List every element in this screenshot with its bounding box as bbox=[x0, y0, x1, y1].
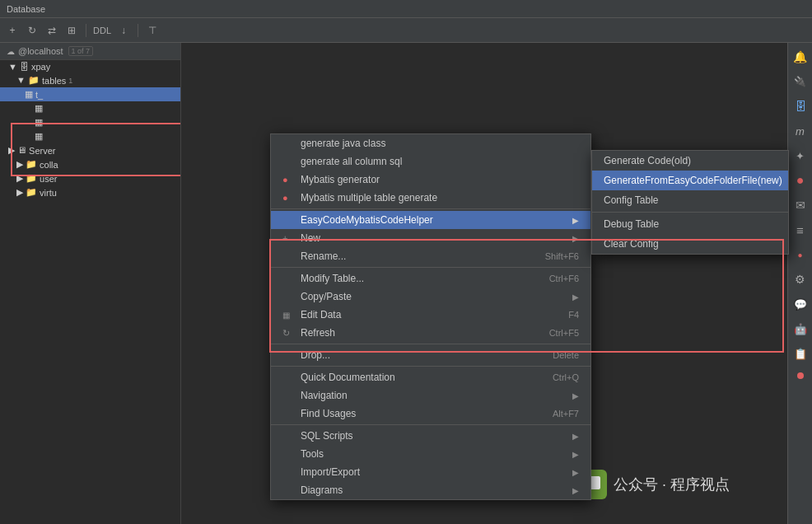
menu-rename[interactable]: Rename... Shift+F6 bbox=[271, 247, 590, 265]
add-icon[interactable]: + bbox=[5, 23, 20, 38]
filter-icon[interactable]: ⊤ bbox=[145, 23, 160, 38]
arrow-down-icon[interactable]: ↓ bbox=[116, 23, 131, 38]
drop-shortcut: Delete bbox=[553, 350, 579, 360]
menu-findusages[interactable]: Find Usages Alt+F7 bbox=[271, 405, 590, 423]
arrow-icon2: ▶ bbox=[572, 234, 579, 243]
menu-generate-sql[interactable]: generate all column sql bbox=[271, 152, 590, 171]
m-icon[interactable]: m bbox=[791, 122, 810, 140]
menu-sqlscripts[interactable]: SQL Scripts ▶ bbox=[271, 427, 590, 445]
chat-icon[interactable]: 💬 bbox=[791, 295, 810, 313]
red-circle-icon[interactable]: ● bbox=[791, 171, 810, 189]
modify-shortcut: Ctrl+F6 bbox=[549, 274, 579, 283]
tree-item-colla[interactable]: ▶ 📁 colla bbox=[0, 157, 180, 171]
virtu-icon: ▶ 📁 bbox=[16, 187, 37, 198]
menu-generate-java[interactable]: generate java class bbox=[271, 134, 590, 152]
submenu-generatefrom-new[interactable]: GenerateFromEasyCodeFolderFile(new) bbox=[592, 171, 788, 190]
submenu-config-table[interactable]: Config Table bbox=[592, 190, 788, 210]
menu-mybatis-gen[interactable]: ● Mybatis generator bbox=[271, 171, 590, 189]
menu-copypaste[interactable]: Copy/Paste ▶ bbox=[271, 288, 590, 306]
user-icon: ▶ 📁 bbox=[16, 173, 37, 184]
submenu-debug-table[interactable]: Debug Table bbox=[592, 214, 788, 234]
arrow-icon: ▶ bbox=[572, 216, 579, 225]
tree-item-server[interactable]: ▶ 🖥 Server bbox=[0, 143, 180, 157]
menu-label: Quick Documentation bbox=[301, 372, 395, 383]
col-icon-3: ▦ bbox=[35, 131, 43, 142]
main-layout: ☁ @localhost 1 of 7 ▼ 🗄 xpay ▼ 📁 tables … bbox=[0, 43, 812, 524]
submenu-sep bbox=[592, 212, 788, 213]
menu-navigation[interactable]: Navigation ▶ bbox=[271, 386, 590, 405]
tree-item-col1[interactable]: ▦ bbox=[0, 101, 180, 115]
content-area: generate java class generate all column … bbox=[181, 43, 787, 524]
menu-diagrams[interactable]: Diagrams ▶ bbox=[271, 481, 590, 499]
sep-4 bbox=[271, 366, 590, 367]
menu-modify[interactable]: Modify Table... Ctrl+F6 bbox=[271, 269, 590, 288]
db-icon: ▼ 🗄 bbox=[8, 62, 29, 72]
tree-item-tables[interactable]: ▼ 📁 tables 1 bbox=[0, 73, 180, 87]
menu-label: Import/Export bbox=[301, 466, 360, 478]
sidebar-header: ☁ @localhost 1 of 7 bbox=[0, 43, 180, 60]
bell-icon[interactable]: 🔔 bbox=[791, 48, 810, 66]
submenu: Generate Code(old) GenerateFromEasyCodeF… bbox=[591, 150, 789, 255]
refresh2-icon: ↻ bbox=[282, 328, 296, 339]
sep2 bbox=[138, 24, 138, 37]
arrow-icon4: ▶ bbox=[572, 391, 579, 400]
menu-new[interactable]: + New ▶ bbox=[271, 229, 590, 247]
menu-label: Refresh bbox=[301, 327, 335, 339]
host-badge: 1 of 7 bbox=[68, 46, 94, 56]
submenu-generatecode-old[interactable]: Generate Code(old) bbox=[592, 151, 788, 171]
col-icon-2: ▦ bbox=[35, 117, 43, 128]
menu-quickdoc[interactable]: Quick Documentation Ctrl+Q bbox=[271, 368, 590, 386]
equals-icon[interactable]: ≡ bbox=[791, 221, 810, 239]
menu-label: Mybatis multiple table generate bbox=[301, 192, 437, 204]
menu-label: generate all column sql bbox=[301, 156, 402, 167]
tree-item-user[interactable]: ▶ 📁 user bbox=[0, 171, 180, 185]
mybatis2-icon: ● bbox=[282, 193, 296, 203]
tree-item-col3[interactable]: ▦ bbox=[0, 129, 180, 143]
plugin-icon[interactable]: 🔌 bbox=[791, 73, 810, 91]
title-bar: Database bbox=[0, 0, 812, 18]
menu-label: New bbox=[301, 232, 320, 244]
menu-drop[interactable]: Drop... Delete bbox=[271, 346, 590, 364]
editdata-shortcut: F4 bbox=[568, 310, 579, 320]
menu-label: SQL Scripts bbox=[301, 430, 353, 442]
menu-editdata[interactable]: ▦ Edit Data F4 bbox=[271, 306, 590, 324]
arrow-icon3: ▶ bbox=[572, 292, 579, 302]
tree-item-xpay[interactable]: ▼ 🗄 xpay bbox=[0, 60, 180, 73]
col-icon-1: ▦ bbox=[35, 103, 43, 114]
mail-icon[interactable]: ✉ bbox=[791, 196, 810, 214]
menu-label: generate java class bbox=[301, 138, 385, 149]
menu-refresh[interactable]: ↻ Refresh Ctrl+F5 bbox=[271, 324, 590, 342]
menu-importexport[interactable]: Import/Export ▶ bbox=[271, 463, 590, 481]
ddl-label[interactable]: DDL bbox=[93, 23, 111, 38]
menu-label: Tools bbox=[301, 448, 324, 460]
red2-icon[interactable]: ● bbox=[791, 246, 810, 264]
book-icon[interactable]: 📋 bbox=[791, 344, 810, 363]
host-label: @localhost bbox=[18, 46, 63, 56]
menu-mybatis-multi[interactable]: ● Mybatis multiple table generate bbox=[271, 189, 590, 207]
menu-label: Diagrams bbox=[301, 484, 343, 496]
gear-icon[interactable]: ⚙ bbox=[791, 270, 810, 288]
menu-label: Copy/Paste bbox=[301, 291, 352, 302]
sep-2 bbox=[271, 267, 590, 268]
menu-easycode[interactable]: EasyCodeMybatisCodeHelper ▶ bbox=[271, 211, 590, 229]
context-menu: generate java class generate all column … bbox=[270, 133, 591, 500]
sidebar: ☁ @localhost 1 of 7 ▼ 🗄 xpay ▼ 📁 tables … bbox=[0, 43, 181, 524]
quickdoc-shortcut: Ctrl+Q bbox=[553, 372, 579, 382]
tree-item-col2[interactable]: ▦ bbox=[0, 115, 180, 129]
android-icon[interactable]: 🤖 bbox=[791, 320, 810, 338]
watermark: 公众号 · 程序视点 bbox=[577, 470, 730, 499]
sep-3 bbox=[271, 344, 590, 344]
database-sidebar-icon[interactable]: 🗄 bbox=[791, 97, 810, 115]
star-icon[interactable]: ✦ bbox=[791, 147, 810, 165]
submenu-clear-config[interactable]: Clear Config bbox=[592, 234, 788, 254]
sync-icon[interactable]: ⇄ bbox=[44, 23, 59, 38]
watermark-text: 公众号 · 程序视点 bbox=[614, 475, 730, 494]
tree-item-t[interactable]: ▦ t_ bbox=[0, 87, 180, 101]
tree-item-virtu[interactable]: ▶ 📁 virtu bbox=[0, 185, 180, 199]
menu-tools[interactable]: Tools ▶ bbox=[271, 445, 590, 463]
menu-label: Navigation bbox=[301, 390, 348, 401]
arrow-icon5: ▶ bbox=[572, 432, 579, 441]
refresh-icon[interactable]: ↻ bbox=[25, 23, 40, 38]
table-icon[interactable]: ⊞ bbox=[64, 23, 79, 38]
arrow-icon6: ▶ bbox=[572, 450, 579, 459]
